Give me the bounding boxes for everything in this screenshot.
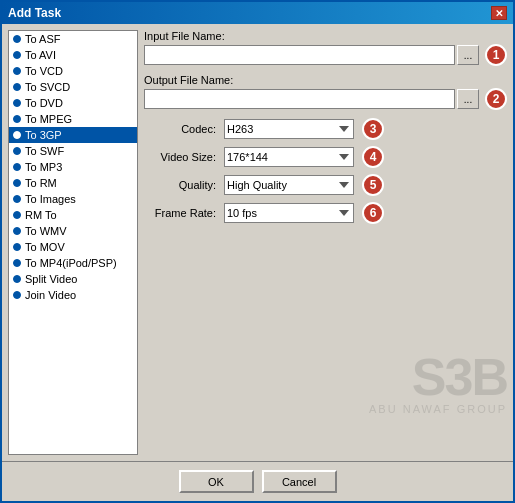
output-file-label: Output File Name: (144, 74, 507, 86)
badge-6: 6 (362, 202, 384, 224)
param-control: 176*144320*240640*4804 (224, 146, 384, 168)
param-row-quality: Quality:High QualityMedium QualityLow Qu… (144, 174, 507, 196)
sidebar-item-label: To RM (25, 177, 57, 189)
sidebar-bullet (13, 211, 21, 219)
sidebar-item-label: To ASF (25, 33, 60, 45)
output-file-field[interactable] (144, 89, 455, 109)
sidebar-item-tomp4(ipod/psp)[interactable]: To MP4(iPod/PSP) (9, 255, 137, 271)
sidebar-item-label: To MP4(iPod/PSP) (25, 257, 117, 269)
sidebar-item-toswf[interactable]: To SWF (9, 143, 137, 159)
sidebar-item-label: Split Video (25, 273, 77, 285)
sidebar-bullet (13, 291, 21, 299)
sidebar-item-label: To 3GP (25, 129, 62, 141)
sidebar-item-label: To VCD (25, 65, 63, 77)
sidebar-item-todvd[interactable]: To DVD (9, 95, 137, 111)
content-area: To ASFTo AVITo VCDTo SVCDTo DVDTo MPEGTo… (2, 24, 513, 461)
watermark-logo: S3B (369, 351, 507, 403)
param-label: Video Size: (144, 151, 224, 163)
param-control: High QualityMedium QualityLow Quality5 (224, 174, 384, 196)
param-dropdown-videosize[interactable]: 176*144320*240640*480 (224, 147, 354, 167)
sidebar-item-tomp3[interactable]: To MP3 (9, 159, 137, 175)
param-row-framerate: Frame Rate:10 fps15 fps20 fps25 fps30 fp… (144, 202, 507, 224)
param-row-videosize: Video Size:176*144320*240640*4804 (144, 146, 507, 168)
main-panel: Input File Name: ... 1 Output File Name:… (144, 30, 507, 455)
param-row-codec: Codec:H263H264MPEG43 (144, 118, 507, 140)
sidebar-bullet (13, 99, 21, 107)
sidebar-item-torm[interactable]: To RM (9, 175, 137, 191)
sidebar-item-towmv[interactable]: To WMV (9, 223, 137, 239)
sidebar-item-toimages[interactable]: To Images (9, 191, 137, 207)
sidebar-item-joinvideo[interactable]: Join Video (9, 287, 137, 303)
sidebar: To ASFTo AVITo VCDTo SVCDTo DVDTo MPEGTo… (8, 30, 138, 455)
input-file-label: Input File Name: (144, 30, 507, 42)
window-title: Add Task (8, 6, 61, 20)
sidebar-item-label: To WMV (25, 225, 67, 237)
sidebar-item-label: To SVCD (25, 81, 70, 93)
sidebar-bullet (13, 67, 21, 75)
input-file-input-row: ... 1 (144, 44, 507, 66)
sidebar-item-splitvideo[interactable]: Split Video (9, 271, 137, 287)
bottom-bar: OK Cancel (2, 461, 513, 501)
sidebar-bullet (13, 243, 21, 251)
badge-1: 1 (485, 44, 507, 66)
param-control: 10 fps15 fps20 fps25 fps30 fps6 (224, 202, 384, 224)
param-dropdown-framerate[interactable]: 10 fps15 fps20 fps25 fps30 fps (224, 203, 354, 223)
sidebar-item-label: To AVI (25, 49, 56, 61)
sidebar-bullet (13, 83, 21, 91)
sidebar-item-label: To MPEG (25, 113, 72, 125)
output-file-input-row: ... 2 (144, 88, 507, 110)
sidebar-bullet (13, 51, 21, 59)
badge-5: 5 (362, 174, 384, 196)
add-task-window: Add Task ✕ To ASFTo AVITo VCDTo SVCDTo D… (0, 0, 515, 503)
sidebar-bullet (13, 195, 21, 203)
params-container: Codec:H263H264MPEG43Video Size:176*14432… (144, 118, 507, 230)
param-dropdown-codec[interactable]: H263H264MPEG4 (224, 119, 354, 139)
sidebar-item-to3gp[interactable]: To 3GP (9, 127, 137, 143)
sidebar-item-label: RM To (25, 209, 57, 221)
sidebar-item-label: To DVD (25, 97, 63, 109)
sidebar-bullet (13, 163, 21, 171)
input-file-field[interactable] (144, 45, 455, 65)
sidebar-item-tomov[interactable]: To MOV (9, 239, 137, 255)
sidebar-bullet (13, 227, 21, 235)
sidebar-item-label: To SWF (25, 145, 64, 157)
output-file-row: Output File Name: ... 2 (144, 74, 507, 110)
sidebar-item-tosvcd[interactable]: To SVCD (9, 79, 137, 95)
title-bar: Add Task ✕ (2, 2, 513, 24)
watermark: S3B ABU NAWAF GROUP (369, 351, 507, 415)
ok-button[interactable]: OK (179, 470, 254, 493)
input-file-row: Input File Name: ... 1 (144, 30, 507, 66)
param-label: Frame Rate: (144, 207, 224, 219)
sidebar-bullet (13, 147, 21, 155)
input-file-browse-button[interactable]: ... (457, 45, 479, 65)
sidebar-item-label: To MOV (25, 241, 65, 253)
close-button[interactable]: ✕ (491, 6, 507, 20)
output-file-browse-button[interactable]: ... (457, 89, 479, 109)
badge-3: 3 (362, 118, 384, 140)
sidebar-bullet (13, 179, 21, 187)
sidebar-item-rmto[interactable]: RM To (9, 207, 137, 223)
watermark-group: ABU NAWAF GROUP (369, 403, 507, 415)
sidebar-bullet (13, 131, 21, 139)
sidebar-item-label: Join Video (25, 289, 76, 301)
sidebar-bullet (13, 259, 21, 267)
param-label: Quality: (144, 179, 224, 191)
sidebar-item-toasf[interactable]: To ASF (9, 31, 137, 47)
badge-2: 2 (485, 88, 507, 110)
sidebar-bullet (13, 275, 21, 283)
sidebar-item-toavi[interactable]: To AVI (9, 47, 137, 63)
sidebar-item-label: To Images (25, 193, 76, 205)
param-dropdown-quality[interactable]: High QualityMedium QualityLow Quality (224, 175, 354, 195)
sidebar-item-tovcd[interactable]: To VCD (9, 63, 137, 79)
sidebar-item-tompeg[interactable]: To MPEG (9, 111, 137, 127)
badge-4: 4 (362, 146, 384, 168)
param-control: H263H264MPEG43 (224, 118, 384, 140)
sidebar-item-label: To MP3 (25, 161, 62, 173)
cancel-button[interactable]: Cancel (262, 470, 337, 493)
sidebar-bullet (13, 35, 21, 43)
sidebar-bullet (13, 115, 21, 123)
param-label: Codec: (144, 123, 224, 135)
